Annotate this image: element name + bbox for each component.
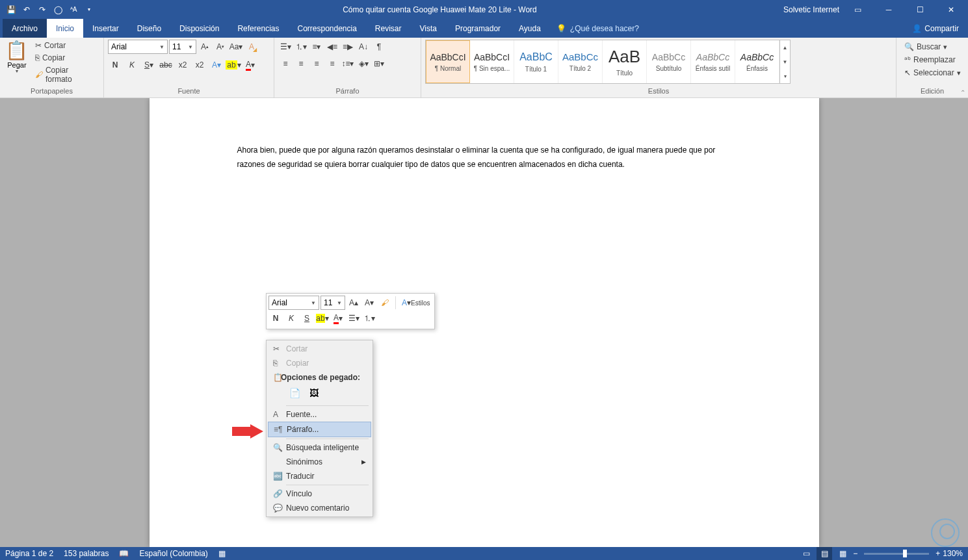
zoom-in-icon[interactable]: + [935,549,940,558]
tab-references[interactable]: Referencias [228,19,288,38]
ctx-font[interactable]: AFuente... [268,407,371,422]
tab-mail[interactable]: Correspondencia [288,19,365,38]
mini-italic-button[interactable]: K [284,311,298,325]
ctx-paragraph[interactable]: ≡¶Párrafo... [268,422,371,437]
italic-button[interactable]: K [125,58,139,72]
mini-font-color-icon[interactable]: A▾ [331,311,345,325]
multilevel-icon[interactable]: ≡▾ [309,40,324,54]
save-icon[interactable]: 💾 [4,3,18,17]
mini-shrink-font-icon[interactable]: A▾ [362,296,376,310]
read-mode-icon[interactable]: ▭ [798,547,814,560]
tab-help[interactable]: Ayuda [510,19,550,38]
cut-button[interactable]: ✂Cortar [33,40,99,51]
justify-icon[interactable]: ≡ [325,57,339,71]
ctx-smart-lookup[interactable]: 🔍Búsqueda inteligente [268,440,371,455]
mini-styles-button[interactable]: A▾Estilos [399,296,432,310]
paste-picture-icon[interactable]: 🖼 [306,385,322,401]
show-marks-icon[interactable]: ¶ [372,40,386,54]
ctx-translate[interactable]: 🔤Traducir [268,469,371,483]
borders-icon[interactable]: ⊞▾ [372,57,386,71]
line-spacing-icon[interactable]: ↕≡▾ [341,57,355,71]
tab-review[interactable]: Revisar [366,19,411,38]
macro-icon[interactable]: ▦ [218,549,226,558]
replace-button[interactable]: ᵃᵇReemplazar [900,54,965,66]
mini-bullets-icon[interactable]: ☰▾ [347,311,361,325]
highlight-icon[interactable]: ab▾ [226,58,241,72]
mini-highlight-icon[interactable]: ab▾ [315,311,330,325]
mini-grow-font-icon[interactable]: A▴ [347,296,361,310]
copy-button[interactable]: ⎘Copiar [33,52,99,64]
mini-numbering-icon[interactable]: ⒈▾ [362,311,376,325]
shrink-font-icon[interactable]: A▾ [213,40,228,54]
styles-scroll-up-icon[interactable]: ▲ [780,40,790,55]
numbering-icon[interactable]: ⒈▾ [294,40,308,54]
style--sin-espa-[interactable]: AaBbCcI¶ Sin espa... [470,40,514,83]
increase-indent-icon[interactable]: ≡▶ [341,40,355,54]
font-size-combo[interactable]: 11▼ [169,40,196,54]
spell-check-icon[interactable]: 📖 [119,549,129,558]
zoom-out-icon[interactable]: − [853,549,857,558]
style-t-tulo-2[interactable]: AaBbCcTítulo 2 [558,40,603,83]
tab-design[interactable]: Diseño [128,19,170,38]
tab-file[interactable]: Archivo [3,19,47,38]
subscript-icon[interactable]: x2 [176,58,190,72]
document-page[interactable]: Ahora bien, puede que por alguna razón q… [150,98,819,547]
page-indicator[interactable]: Página 1 de 2 [5,549,53,558]
mini-underline-button[interactable]: S [300,311,314,325]
ctx-new-comment[interactable]: 💬Nuevo comentario [268,501,371,515]
mini-format-painter-icon[interactable]: 🖌 [378,296,392,310]
tab-layout[interactable]: Disposición [170,19,228,38]
close-icon[interactable]: ✕ [938,0,964,19]
font-name-combo[interactable]: Arial▼ [108,40,168,54]
tab-developer[interactable]: Programador [446,19,510,38]
mini-font-combo[interactable]: Arial▼ [268,296,319,310]
strikethrough-icon[interactable]: abc [159,58,173,72]
superscript-icon[interactable]: x2 [192,58,207,72]
find-button[interactable]: 🔍Buscar ▾ [900,41,965,53]
print-layout-icon[interactable]: ▤ [817,547,832,560]
align-left-icon[interactable]: ≡ [278,57,293,71]
clear-formatting-icon[interactable]: A◢ [244,40,259,54]
style-t-tulo-1[interactable]: AaBbCTítulo 1 [514,40,558,83]
styles-more-icon[interactable]: ▾ [780,69,790,83]
tell-me-search[interactable]: 💡 ¿Qué desea hacer? [556,24,639,33]
tab-home[interactable]: Inicio [47,19,83,38]
bold-button[interactable]: N [108,58,122,72]
language-indicator[interactable]: Español (Colombia) [139,549,207,558]
zoom-level[interactable]: 130% [943,549,963,558]
shading-icon[interactable]: ◈▾ [356,57,371,71]
mini-size-combo[interactable]: 11▼ [320,296,345,310]
mini-bold-button[interactable]: N [268,311,283,325]
grow-font-icon[interactable]: A▴ [198,40,212,54]
style--nfasis-sutil[interactable]: AaBbCcÉnfasis sutil [691,40,735,83]
font-color-icon[interactable]: A▾ [243,58,257,72]
select-button[interactable]: ↖Seleccionar ▾ [900,67,965,79]
ctx-synonyms[interactable]: Sinónimos▶ [268,455,371,469]
touch-mode-icon[interactable]: ᴬA [66,3,81,17]
style-subt-tulo[interactable]: AaBbCcSubtítulo [647,40,691,83]
tab-insert[interactable]: Insertar [83,19,128,38]
align-right-icon[interactable]: ≡ [309,57,324,71]
bullets-icon[interactable]: ☰▾ [278,40,293,54]
underline-button[interactable]: S▾ [142,58,156,72]
style-t-tulo[interactable]: AaBTítulo [603,40,647,83]
maximize-icon[interactable]: ☐ [907,0,933,19]
share-button[interactable]: 👤 Compartir [912,24,959,33]
minimize-icon[interactable]: ─ [876,0,902,19]
word-count[interactable]: 153 palabras [64,549,109,558]
paste-button[interactable]: 📋 Pegar ▼ [4,40,30,73]
paste-keep-source-icon[interactable]: 📄 [286,385,303,401]
decrease-indent-icon[interactable]: ◀≡ [325,40,339,54]
format-painter-button[interactable]: 🖌Copiar formato [33,64,99,85]
ctx-link[interactable]: 🔗Vínculo [268,487,371,501]
qat-customize-icon[interactable]: ▾ [82,3,96,17]
web-layout-icon[interactable]: ▦ [835,547,850,560]
change-case-icon[interactable]: Aa▾ [229,40,243,54]
ribbon-display-icon[interactable]: ▭ [844,0,870,19]
tab-view[interactable]: Vista [411,19,446,38]
sort-icon[interactable]: A↓ [356,40,371,54]
styles-scroll-down-icon[interactable]: ▼ [780,55,790,69]
redo-icon[interactable]: ↷ [35,3,49,17]
account-name[interactable]: Solvetic Internet [783,5,839,14]
undo-icon[interactable]: ↶ [20,3,34,17]
